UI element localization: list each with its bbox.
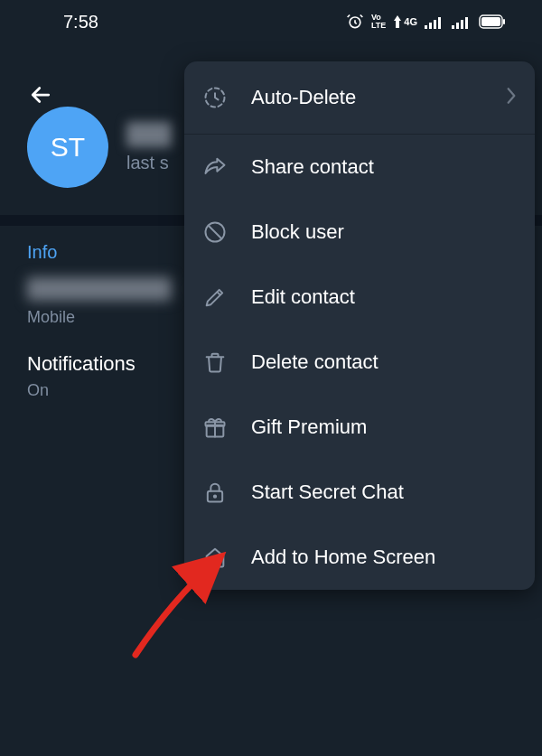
trash-icon	[202, 350, 228, 375]
menu-label: Start Secret Chat	[251, 481, 517, 504]
battery-icon	[479, 14, 506, 29]
home-plus-icon	[202, 545, 228, 570]
status-icons: VoLTE 4G	[346, 13, 506, 31]
status-time: 7:58	[63, 12, 98, 33]
alarm-icon	[346, 13, 364, 31]
menu-item-share-contact[interactable]: Share contact	[184, 135, 535, 200]
menu-label: Delete contact	[251, 350, 517, 374]
signal-icon-2	[452, 14, 472, 29]
menu-label: Edit contact	[251, 285, 517, 309]
menu-item-block-user[interactable]: Block user	[184, 200, 535, 265]
status-bar: 7:58 VoLTE 4G	[0, 0, 542, 43]
menu-label: Share contact	[251, 155, 517, 179]
gift-icon	[202, 415, 228, 440]
network-icon: 4G	[393, 15, 417, 28]
svg-rect-5	[452, 25, 454, 29]
last-seen-label: last s	[126, 153, 172, 173]
phone-number-redacted[interactable]	[27, 277, 172, 301]
edit-icon	[202, 285, 228, 310]
block-icon	[202, 219, 228, 245]
menu-item-edit-contact[interactable]: Edit contact	[184, 265, 535, 330]
context-menu: Auto-Delete Share contact Block user Edi…	[184, 61, 535, 590]
menu-label: Auto-Delete	[251, 86, 482, 109]
menu-label: Add to Home Screen	[251, 546, 517, 569]
avatar[interactable]: ST	[27, 107, 108, 188]
svg-rect-1	[425, 25, 427, 29]
menu-item-gift-premium[interactable]: Gift Premium	[184, 395, 535, 460]
menu-item-delete-contact[interactable]: Delete contact	[184, 330, 535, 395]
volte-icon: VoLTE	[371, 14, 386, 30]
timer-icon	[202, 85, 228, 110]
svg-rect-11	[503, 19, 505, 24]
svg-rect-6	[456, 23, 459, 29]
menu-label: Block user	[251, 220, 517, 244]
chevron-right-icon	[506, 87, 517, 108]
menu-item-start-secret-chat[interactable]: Start Secret Chat	[184, 460, 535, 525]
avatar-initials: ST	[51, 132, 85, 163]
menu-item-auto-delete[interactable]: Auto-Delete	[184, 61, 535, 135]
svg-rect-8	[465, 17, 468, 29]
svg-rect-4	[438, 17, 441, 29]
svg-rect-10	[481, 17, 500, 26]
back-button[interactable]	[27, 81, 54, 112]
menu-label: Gift Premium	[251, 415, 517, 439]
svg-rect-3	[434, 20, 436, 29]
svg-rect-2	[429, 23, 432, 29]
lock-icon	[202, 480, 228, 505]
svg-point-17	[214, 496, 216, 498]
svg-rect-7	[461, 20, 463, 29]
share-icon	[202, 154, 228, 180]
menu-item-add-to-home[interactable]: Add to Home Screen	[184, 525, 535, 590]
signal-icon	[425, 14, 444, 29]
profile-name-redacted	[126, 122, 172, 147]
